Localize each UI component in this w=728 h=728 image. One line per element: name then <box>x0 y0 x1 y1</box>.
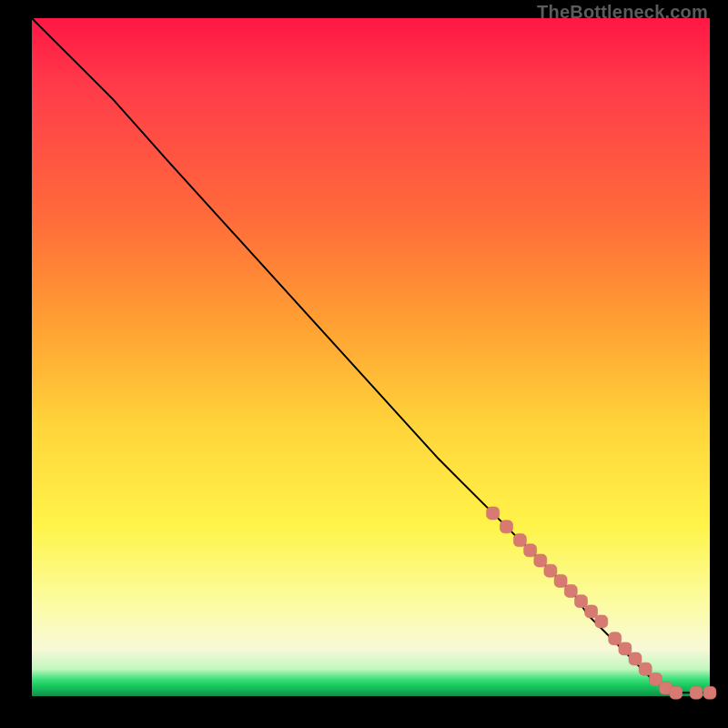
data-marker <box>595 615 608 628</box>
data-marker <box>534 554 547 567</box>
data-marker <box>575 595 588 608</box>
chart-svg <box>32 18 710 696</box>
data-marker <box>585 605 598 618</box>
data-marker <box>554 574 567 587</box>
data-marker <box>500 521 513 533</box>
plot-area <box>32 18 710 696</box>
curve-line <box>32 18 710 693</box>
chart-container: TheBottleneck.com <box>0 0 728 728</box>
data-marker <box>619 642 632 655</box>
data-marker <box>609 632 622 645</box>
data-marker <box>639 662 652 675</box>
data-marker <box>629 652 642 665</box>
markers-group <box>487 507 716 699</box>
data-marker <box>487 507 500 520</box>
data-marker <box>690 686 703 699</box>
data-marker <box>524 544 537 557</box>
data-marker <box>513 534 526 547</box>
data-marker <box>703 686 716 699</box>
data-marker <box>544 564 557 577</box>
data-marker <box>670 686 682 699</box>
data-marker <box>564 585 577 598</box>
